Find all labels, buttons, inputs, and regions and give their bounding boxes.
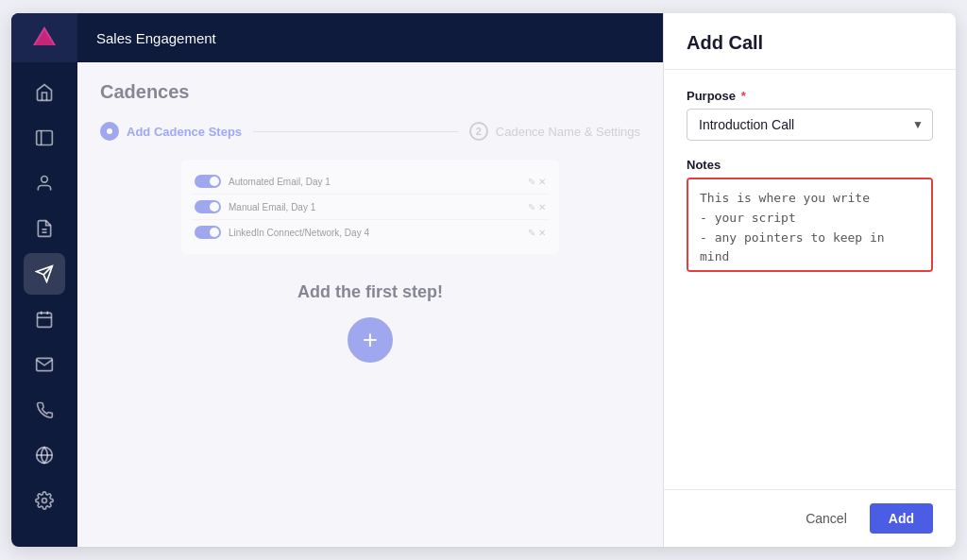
toggle-step-1[interactable] bbox=[195, 175, 221, 188]
cancel-button[interactable]: Cancel bbox=[794, 503, 858, 534]
table-row: Automated Email, Day 1 ✎ ✕ bbox=[191, 169, 550, 195]
sidebar-item-calls[interactable] bbox=[24, 389, 65, 431]
step-row-text-3: LinkedIn Connect/Network, Day 4 bbox=[229, 228, 520, 238]
sidebar-item-analytics[interactable] bbox=[24, 434, 65, 476]
add-step-button[interactable]: + bbox=[348, 317, 393, 363]
step-label-2: Cadence Name & Settings bbox=[496, 125, 640, 139]
top-bar: Sales Engagement bbox=[77, 13, 663, 62]
step-row-icons-3: ✎ ✕ bbox=[528, 228, 546, 238]
app-logo[interactable] bbox=[11, 13, 77, 62]
table-row: LinkedIn Connect/Network, Day 4 ✎ ✕ bbox=[191, 220, 550, 245]
sidebar-item-reports[interactable] bbox=[24, 208, 65, 249]
step-label-1: Add Cadence Steps bbox=[127, 125, 242, 139]
sidebar-item-tasks[interactable] bbox=[24, 298, 65, 340]
modal-body: Purpose * Introduction Call Follow-up Ca… bbox=[664, 70, 956, 489]
toggle-step-3[interactable] bbox=[195, 226, 221, 239]
modal-title: Add Call bbox=[687, 32, 933, 54]
sidebar-nav bbox=[24, 62, 65, 547]
step-cadence-settings[interactable]: 2 Cadence Name & Settings bbox=[469, 122, 640, 141]
step-row-icons-2: ✎ ✕ bbox=[528, 202, 546, 212]
step-add-cadence[interactable]: Add Cadence Steps bbox=[100, 122, 242, 141]
content-area: Cadences Add Cadence Steps 2 Cadence Nam… bbox=[77, 62, 663, 547]
purpose-label: Purpose * bbox=[687, 89, 933, 103]
add-button[interactable]: Add bbox=[870, 503, 933, 534]
sidebar bbox=[11, 13, 77, 547]
notes-label: Notes bbox=[687, 158, 933, 172]
purpose-select-wrapper: Introduction Call Follow-up Call Demo Ca… bbox=[687, 109, 933, 141]
step-divider bbox=[253, 131, 458, 132]
toggle-step-2[interactable] bbox=[195, 200, 221, 213]
svg-rect-9 bbox=[38, 313, 52, 327]
svg-point-4 bbox=[42, 177, 48, 183]
cadence-steps-list: Automated Email, Day 1 ✎ ✕ Manual Email,… bbox=[181, 160, 559, 254]
step-circle-2: 2 bbox=[469, 122, 488, 141]
sidebar-item-users[interactable] bbox=[24, 162, 65, 204]
sidebar-item-email[interactable] bbox=[24, 344, 65, 385]
modal-footer: Cancel Add bbox=[664, 489, 956, 547]
add-first-step-title: Add the first step! bbox=[100, 282, 640, 302]
sidebar-item-contacts[interactable] bbox=[24, 117, 65, 159]
table-row: Manual Email, Day 1 ✎ ✕ bbox=[191, 195, 550, 220]
steps-header: Add Cadence Steps 2 Cadence Name & Setti… bbox=[100, 122, 640, 141]
sidebar-item-home[interactable] bbox=[24, 72, 65, 113]
purpose-select[interactable]: Introduction Call Follow-up Call Demo Ca… bbox=[687, 109, 933, 141]
page-title: Cadences bbox=[100, 81, 640, 103]
add-call-panel: Add Call Purpose * Introduction Call Fol… bbox=[663, 13, 956, 547]
svg-point-17 bbox=[107, 128, 112, 134]
sidebar-item-campaigns[interactable] bbox=[24, 253, 65, 295]
modal-header: Add Call bbox=[664, 13, 956, 70]
notes-textarea[interactable]: This is where you write - your script - … bbox=[687, 178, 933, 272]
step-circle-1 bbox=[100, 122, 119, 141]
main-content: Sales Engagement Cadences Add Cadence St… bbox=[77, 13, 663, 547]
step-row-icons-1: ✎ ✕ bbox=[528, 177, 546, 187]
app-name: Sales Engagement bbox=[96, 30, 216, 46]
step-row-text-1: Automated Email, Day 1 bbox=[229, 177, 520, 187]
svg-point-15 bbox=[42, 499, 47, 503]
sidebar-item-settings[interactable] bbox=[24, 480, 65, 521]
add-first-step-section: Add the first step! + bbox=[100, 282, 640, 363]
svg-rect-2 bbox=[37, 131, 53, 145]
step-row-text-2: Manual Email, Day 1 bbox=[229, 202, 520, 212]
